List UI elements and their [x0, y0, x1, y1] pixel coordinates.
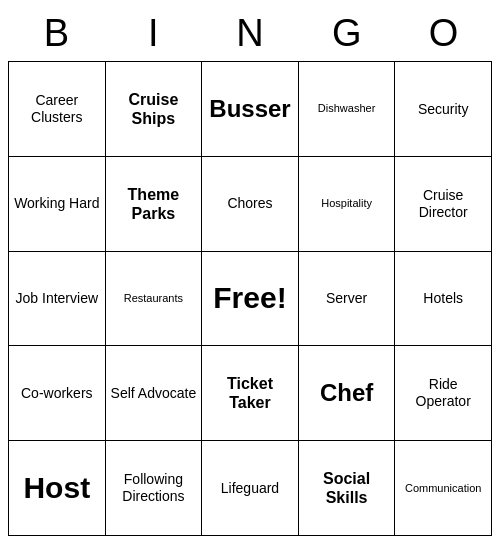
- bingo-cell: Busser: [202, 62, 299, 157]
- bingo-cell: Restaurants: [105, 251, 202, 346]
- bingo-cell: Self Advocate: [105, 346, 202, 441]
- table-row: Co-workersSelf AdvocateTicket TakerChefR…: [9, 346, 492, 441]
- table-row: Job InterviewRestaurantsFree!ServerHotel…: [9, 251, 492, 346]
- bingo-cell: Chores: [202, 156, 299, 251]
- bingo-cell: Free!: [202, 251, 299, 346]
- table-row: Working HardTheme ParksChoresHospitality…: [9, 156, 492, 251]
- letter-i: I: [110, 12, 197, 55]
- bingo-grid: Career ClustersCruise ShipsBusserDishwas…: [8, 61, 492, 536]
- bingo-cell: Hospitality: [298, 156, 395, 251]
- letter-o: O: [400, 12, 487, 55]
- bingo-cell: Career Clusters: [9, 62, 106, 157]
- bingo-cell: Dishwasher: [298, 62, 395, 157]
- bingo-cell: Communication: [395, 441, 492, 536]
- table-row: HostFollowing DirectionsLifeguardSocial …: [9, 441, 492, 536]
- bingo-cell: Security: [395, 62, 492, 157]
- bingo-cell: Hotels: [395, 251, 492, 346]
- letter-n: N: [206, 12, 293, 55]
- bingo-cell: Ride Operator: [395, 346, 492, 441]
- bingo-cell: Theme Parks: [105, 156, 202, 251]
- bingo-header: B I N G O: [8, 8, 492, 59]
- bingo-cell: Host: [9, 441, 106, 536]
- bingo-cell: Co-workers: [9, 346, 106, 441]
- letter-b: B: [13, 12, 100, 55]
- bingo-cell: Working Hard: [9, 156, 106, 251]
- bingo-cell: Cruise Director: [395, 156, 492, 251]
- table-row: Career ClustersCruise ShipsBusserDishwas…: [9, 62, 492, 157]
- bingo-cell: Following Directions: [105, 441, 202, 536]
- bingo-cell: Chef: [298, 346, 395, 441]
- bingo-cell: Server: [298, 251, 395, 346]
- bingo-cell: Social Skills: [298, 441, 395, 536]
- bingo-cell: Ticket Taker: [202, 346, 299, 441]
- bingo-cell: Cruise Ships: [105, 62, 202, 157]
- bingo-cell: Job Interview: [9, 251, 106, 346]
- letter-g: G: [303, 12, 390, 55]
- bingo-cell: Lifeguard: [202, 441, 299, 536]
